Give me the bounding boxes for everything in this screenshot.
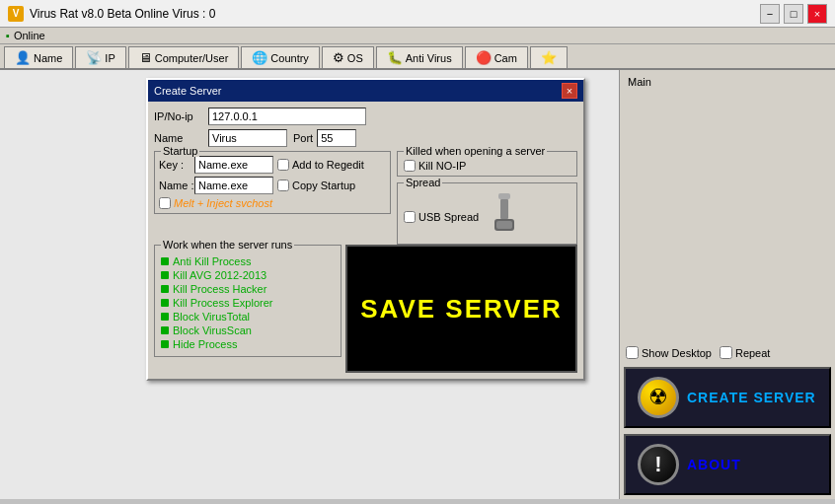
work-item-antikill: Anti Kill Process bbox=[161, 255, 335, 267]
work-item-killprocessexplorer: Kill Process Explorer bbox=[161, 297, 335, 309]
work-items-list: Anti Kill Process Kill AVG 2012-2013 Kil… bbox=[161, 255, 335, 350]
tab-country[interactable]: 🌐 Country bbox=[241, 46, 320, 68]
dialog-close-button[interactable]: × bbox=[562, 83, 577, 99]
copy-startup-checkbox[interactable] bbox=[277, 180, 289, 191]
middle-section: Startup Key : Add to Regedit bbox=[154, 151, 577, 245]
show-desktop-label: Show Desktop bbox=[626, 346, 712, 359]
extra-icon: ⭐ bbox=[541, 50, 557, 65]
create-server-button[interactable]: ☢ CREATE SERVER bbox=[624, 367, 831, 428]
ip-label: IP/No-ip bbox=[154, 110, 208, 122]
work-item-blockvirustotal: Block VirusTotal bbox=[161, 311, 335, 323]
name2-input[interactable] bbox=[194, 177, 273, 194]
tab-name-label: Name bbox=[34, 52, 62, 64]
info-icon: ! bbox=[638, 444, 679, 485]
name-input[interactable] bbox=[208, 129, 287, 147]
kill-noip-label: Kill NO-IP bbox=[404, 160, 570, 172]
dot-icon bbox=[161, 299, 169, 307]
tab-ip[interactable]: 📡 IP bbox=[75, 46, 125, 68]
startup-label: Startup bbox=[161, 145, 199, 157]
right-controls: Show Desktop Repeat ☢ CREATE SERVER ! AB… bbox=[624, 208, 831, 495]
killed-label: Killed when opening a server bbox=[404, 145, 547, 157]
nuke-icon: ☢ bbox=[638, 377, 679, 418]
melt-checkbox[interactable] bbox=[159, 197, 171, 209]
key-input[interactable] bbox=[194, 156, 273, 174]
usb-spread-checkbox[interactable] bbox=[404, 211, 416, 223]
melt-label: Melt + Inject svchost bbox=[159, 197, 386, 209]
minimize-button[interactable]: − bbox=[760, 4, 780, 24]
name2-group: Name : Copy Startup bbox=[159, 177, 386, 194]
save-label: SAVE SERVER bbox=[360, 294, 563, 324]
tab-antivirus-label: Anti Virus bbox=[406, 52, 452, 64]
save-button[interactable]: SAVE SERVER bbox=[345, 245, 577, 373]
tab-name[interactable]: 👤 Name bbox=[4, 46, 73, 68]
tab-os[interactable]: ⚙ OS bbox=[322, 46, 374, 68]
tab-country-label: Country bbox=[270, 52, 309, 64]
work-item-blockvirusscan: Block VirusScan bbox=[161, 324, 335, 336]
ip-input[interactable] bbox=[208, 108, 366, 125]
key-group: Key : Add to Regedit bbox=[159, 156, 386, 174]
svg-rect-0 bbox=[498, 193, 510, 199]
online-indicator: ▪ bbox=[6, 30, 10, 41]
antivirus-icon: 🐛 bbox=[387, 50, 403, 65]
computer-icon: 🖥 bbox=[139, 50, 152, 65]
tab-computer[interactable]: 🖥 Computer/User bbox=[128, 46, 240, 68]
dot-icon bbox=[161, 326, 169, 334]
dialog-title-bar: Create Server × bbox=[148, 80, 583, 102]
tab-extra[interactable]: ⭐ bbox=[530, 46, 568, 68]
add-regedit-checkbox[interactable] bbox=[277, 159, 289, 171]
online-bar: ▪ Online bbox=[0, 28, 835, 44]
bottom-section: Work when the server runs Anti Kill Proc… bbox=[154, 245, 577, 373]
key-label: Key : bbox=[159, 159, 194, 171]
tab-os-label: OS bbox=[347, 52, 363, 64]
add-regedit-label: Add to Regedit bbox=[277, 159, 364, 171]
dot-icon bbox=[161, 271, 169, 279]
startup-section: Startup Key : Add to Regedit bbox=[154, 151, 391, 214]
tab-antivirus[interactable]: 🐛 Anti Virus bbox=[376, 46, 463, 68]
usb-spread-label: USB Spread bbox=[404, 211, 479, 223]
left-panel: Create Server × IP/No-ip Name Port bbox=[0, 70, 620, 499]
about-button[interactable]: ! ABOUT bbox=[624, 434, 831, 495]
create-server-dialog: Create Server × IP/No-ip Name Port bbox=[146, 78, 585, 381]
name-icon: 👤 bbox=[15, 50, 31, 65]
tab-computer-label: Computer/User bbox=[155, 52, 229, 64]
title-bar: V Virus Rat v8.0 Beta Online Virus : 0 −… bbox=[0, 0, 835, 28]
tab-cam[interactable]: 🔴 Cam bbox=[465, 46, 528, 68]
kill-section: Killed when opening a server Kill NO-IP bbox=[397, 151, 577, 177]
name2-label: Name : bbox=[159, 180, 194, 191]
main-layout: Create Server × IP/No-ip Name Port bbox=[0, 70, 835, 499]
dot-icon bbox=[161, 340, 169, 348]
dot-icon bbox=[161, 285, 169, 293]
maximize-button[interactable]: □ bbox=[784, 4, 803, 24]
show-desktop-checkbox[interactable] bbox=[626, 346, 639, 359]
work-item-killavg: Kill AVG 2012-2013 bbox=[161, 269, 335, 281]
repeat-checkbox[interactable] bbox=[720, 346, 732, 359]
app-icon: V bbox=[8, 6, 24, 22]
window-controls: − □ × bbox=[760, 4, 827, 24]
port-label: Port bbox=[293, 132, 313, 144]
ip-group: IP/No-ip bbox=[154, 108, 577, 125]
svg-rect-1 bbox=[500, 199, 508, 219]
work-section: Work when the server runs Anti Kill Proc… bbox=[154, 245, 342, 357]
dot-icon bbox=[161, 313, 169, 321]
cam-icon: 🔴 bbox=[476, 50, 492, 65]
title-text: Virus Rat v8.0 Beta Online Virus : 0 bbox=[30, 7, 760, 21]
tab-bar: 👤 Name 📡 IP 🖥 Computer/User 🌐 Country ⚙ … bbox=[0, 44, 835, 70]
kill-noip-checkbox[interactable] bbox=[404, 160, 416, 172]
usb-icon bbox=[487, 193, 522, 240]
dialog-body: IP/No-ip Name Port bbox=[148, 102, 583, 379]
svg-rect-3 bbox=[496, 221, 512, 229]
spread-content: USB Spread bbox=[404, 193, 522, 240]
close-button[interactable]: × bbox=[807, 4, 827, 24]
country-icon: 🌐 bbox=[252, 50, 267, 65]
port-input[interactable] bbox=[317, 129, 356, 147]
ip-icon: 📡 bbox=[86, 50, 102, 65]
kill-spread-col: Killed when opening a server Kill NO-IP … bbox=[397, 151, 577, 245]
work-item-killprocesshacker: Kill Process Hacker bbox=[161, 283, 335, 295]
os-icon: ⚙ bbox=[333, 50, 344, 65]
tab-ip-label: IP bbox=[105, 52, 114, 64]
desktop-repeat-row: Show Desktop Repeat bbox=[624, 346, 831, 359]
melt-group: Melt + Inject svchost bbox=[159, 197, 386, 209]
work-title: Work when the server runs bbox=[161, 239, 294, 251]
repeat-label: Repeat bbox=[720, 346, 770, 359]
create-server-label: CREATE SERVER bbox=[687, 390, 816, 405]
